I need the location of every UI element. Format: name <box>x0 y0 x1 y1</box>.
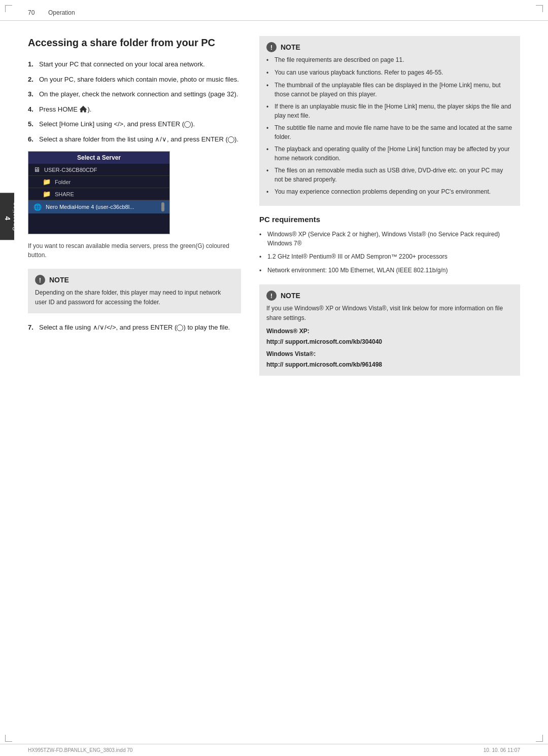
note-title: NOTE <box>49 276 69 284</box>
bullet-dot: • <box>259 253 265 262</box>
note-box-bottom-right: ! NOTE If you use Windows® XP or Windows… <box>259 284 520 376</box>
note-title: NOTE <box>281 43 300 51</box>
step-number: 1. <box>28 59 39 69</box>
folder-icon: 📁 <box>43 178 51 186</box>
screenshot-row-selected: 🌐 Nero MediaHome 4 (user-c36cb8l... <box>28 200 169 213</box>
side-tab-label: Operation <box>12 202 18 231</box>
windows-vista-block: Windows Vista®: http:// support.microsof… <box>266 349 513 370</box>
windows-vista-url: http:// support.microsoft.com/kb/961498 <box>266 361 382 368</box>
bullet-dot: • <box>266 166 272 184</box>
bullet-text: The thumbnail of the unplayable files ca… <box>275 81 513 99</box>
list-item: 5. Select [Home Link] using </>, and pre… <box>28 119 241 129</box>
windows-xp-label: Windows® XP: <box>266 328 310 335</box>
bullet-dot: • <box>266 68 272 78</box>
list-item: 3. On the player, check the network conn… <box>28 89 241 99</box>
step-number: 3. <box>28 89 39 99</box>
pc-req-text: Network environment: 100 Mb Ethernet, WL… <box>267 266 448 275</box>
step-number: 6. <box>28 134 39 145</box>
note-header: ! NOTE <box>266 291 513 301</box>
svg-marker-0 <box>80 106 87 112</box>
bullet-dot: • <box>266 145 272 163</box>
bullet-dot: • <box>266 56 272 65</box>
note-header: ! NOTE <box>266 42 513 52</box>
page-number: 70 <box>28 9 43 16</box>
pc-requirements-list: • Windows® XP (Service Pack 2 or higher)… <box>259 230 520 275</box>
bullet-text: The files on an removable media such as … <box>275 166 513 184</box>
bullet-item: • If there is an unplayable music file i… <box>266 102 513 120</box>
step-text: Select a share folder from the list usin… <box>39 134 241 145</box>
step-number: 7. <box>28 322 39 333</box>
step-text: Select a file using ∧/∨/</>, and press E… <box>39 322 241 333</box>
share-label: SHARE <box>55 191 74 197</box>
screenshot-row: 📁 Folder <box>28 176 169 188</box>
left-column: Accessing a share folder from your PC 1.… <box>28 36 241 376</box>
windows-xp-block: Windows® XP: http:// support.microsoft.c… <box>266 326 513 347</box>
bullet-dot: • <box>266 188 272 197</box>
step-text: On your PC, share folders which contain … <box>39 75 241 85</box>
bullet-dot: • <box>266 102 272 120</box>
server-label: USER-C36CB80CDF <box>44 167 97 173</box>
screenshot-empty <box>28 213 169 224</box>
screenshot-row: 📁 SHARE <box>28 188 169 200</box>
main-content: Accessing a share folder from your PC 1.… <box>0 21 548 391</box>
bullet-text: You can use various playback functions. … <box>275 68 443 78</box>
footer-right: 10. 10. 06 11:07 <box>484 747 520 753</box>
bullet-item: • The playback and operating quality of … <box>266 145 513 163</box>
bullet-text: The playback and operating quality of th… <box>275 145 513 163</box>
note-title: NOTE <box>281 292 300 300</box>
note-box-left: ! NOTE Depending on the share folder, th… <box>28 269 241 313</box>
step-number: 4. <box>28 104 39 115</box>
step-text: Press HOME ). <box>39 104 241 115</box>
pc-req-item: • Windows® XP (Service Pack 2 or higher)… <box>259 230 520 248</box>
corner-tr <box>536 5 543 12</box>
list-item: 6. Select a share folder from the list u… <box>28 134 241 145</box>
steps-list: 1. Start your PC that connected on your … <box>28 59 241 144</box>
scrollbar <box>161 202 164 211</box>
note-icon: ! <box>266 291 277 301</box>
screenshot-header: Select a Server <box>28 152 169 164</box>
bullet-text: You may experience connection problems d… <box>275 187 491 197</box>
screenshot-box: Select a Server 🖥 USER-C36CB80CDF 📁 Fold… <box>28 151 170 234</box>
pc-req-text: 1.2 GHz Intel® Pentium® III or AMD Sempr… <box>267 252 448 262</box>
bullet-dot: • <box>259 230 265 248</box>
note-icon: ! <box>35 275 45 285</box>
note-icon: ! <box>266 42 277 52</box>
media-icon: 🌐 <box>33 203 42 211</box>
top-bar: 70 Operation <box>0 0 548 21</box>
footer-left: HX995TZW-FD.BPANLLK_ENG_3803.indd 70 <box>28 747 132 753</box>
bullet-text: The file requirements are described on p… <box>275 55 404 65</box>
folder-label: Folder <box>55 179 71 185</box>
side-tab-number: 4 <box>4 216 12 221</box>
step-text: Select [Home Link] using </>, and press … <box>39 119 241 129</box>
note-body: Depending on the share folder, this play… <box>35 288 234 307</box>
pc-requirements-title: PC requirements <box>259 215 520 224</box>
pc-req-item: • 1.2 GHz Intel® Pentium® III or AMD Sem… <box>259 252 520 262</box>
step-text: On the player, check the network connect… <box>39 89 241 99</box>
bullet-dot: • <box>266 81 272 99</box>
note-header: ! NOTE <box>35 275 234 285</box>
list-item: 2. On your PC, share folders which conta… <box>28 75 241 85</box>
corner-bl <box>5 735 12 742</box>
share-icon: 📁 <box>43 190 51 198</box>
list-item: 7. Select a file using ∧/∨/</>, and pres… <box>28 322 241 333</box>
bullet-text: The subtitle file name and movie file na… <box>275 123 513 141</box>
media-label: Nero MediaHome 4 (user-c36cb8l... <box>46 204 161 210</box>
home-icon <box>79 105 87 113</box>
bullet-item: • The thumbnail of the unplayable files … <box>266 81 513 99</box>
bullet-dot: • <box>266 124 272 141</box>
corner-br <box>536 735 543 742</box>
section-title-header: Operation <box>48 9 75 16</box>
server-icon: 🖥 <box>33 166 40 173</box>
step-number: 2. <box>28 75 39 85</box>
corner-tl <box>5 5 12 12</box>
bullet-item: • The files on an removable media such a… <box>266 166 513 184</box>
step-number: 5. <box>28 119 39 129</box>
page: 70 Operation 4 Operation Accessing a sha… <box>0 0 548 756</box>
bullet-item: • The file requirements are described on… <box>266 55 513 65</box>
bullet-dot: • <box>259 266 265 275</box>
list-item: 1. Start your PC that connected on your … <box>28 59 241 69</box>
bullet-item: • The subtitle file name and movie file … <box>266 123 513 141</box>
windows-xp-url: http:// support.microsoft.com/kb/304040 <box>266 338 382 345</box>
step7-list: 7. Select a file using ∧/∨/</>, and pres… <box>28 322 241 333</box>
url-note-intro: If you use Windows® XP or Windows Vista®… <box>266 304 513 323</box>
